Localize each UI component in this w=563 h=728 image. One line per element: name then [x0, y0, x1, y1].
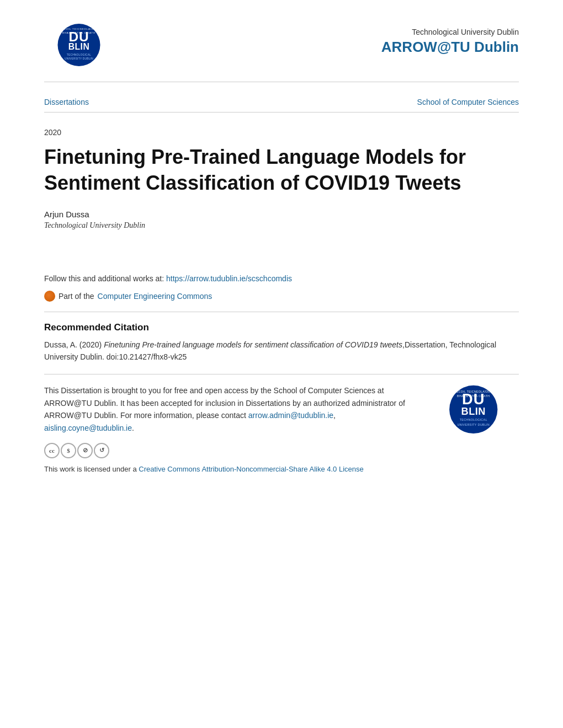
document-year: 2020	[44, 128, 519, 137]
university-logo: DU BLIN TECHNOLOGICAL UNIVERSITY DUBLIN …	[44, 22, 121, 72]
follow-prefix: Follow this and additional works at:	[44, 274, 166, 283]
part-of-prefix: Part of the	[59, 292, 94, 301]
divider-1	[44, 312, 519, 312]
tu-dublin-logo-small: DU BLIN TECHNOLOGICAL UNIVERSITY DUBLIN …	[436, 384, 519, 440]
license-prefix: This work is licensed under a	[44, 465, 139, 473]
network-icon	[44, 291, 55, 302]
divider-2	[44, 374, 519, 374]
document-title: Finetuning Pre-Trained Language Models f…	[44, 144, 519, 196]
license-left: This Dissertation is brought to you for …	[44, 384, 414, 474]
nav-bar: Dissertations School of Computer Science…	[44, 92, 519, 113]
school-link[interactable]: School of Computer Sciences	[417, 98, 519, 106]
svg-text:BHAILE ÁTHA CLIATH: BHAILE ÁTHA CLIATH	[457, 394, 490, 398]
institution-name: Technological University Dublin	[381, 28, 519, 36]
cc-icon-nc: ⊘	[77, 443, 93, 458]
dissertations-link[interactable]: Dissertations	[44, 98, 89, 106]
svg-text:UNIVERSITY DUBLIN: UNIVERSITY DUBLIN	[457, 423, 490, 426]
email2-link[interactable]: aisling.coyne@tudublin.ie	[44, 424, 132, 432]
svg-text:TECHNOLOGICAL: TECHNOLOGICAL	[67, 53, 92, 56]
svg-text:UNIVERSITY DUBLIN: UNIVERSITY DUBLIN	[65, 57, 93, 60]
arrow-brand[interactable]: ARROW@TU Dublin	[381, 39, 519, 56]
svg-text:BLIN: BLIN	[68, 42, 90, 51]
commons-link[interactable]: Computer Engineering Commons	[98, 292, 213, 301]
logo-right: DU BLIN TECHNOLOGICAL UNIVERSITY DUBLIN …	[436, 384, 519, 442]
citation-plain: Dussa, A. (2020)	[44, 340, 104, 349]
follow-section: Follow this and additional works at: htt…	[44, 274, 519, 283]
svg-text:BLIN: BLIN	[461, 406, 486, 417]
license-link[interactable]: Creative Commons Attribution-Noncommerci…	[139, 465, 364, 473]
part-of-line: Part of the Computer Engineering Commons	[44, 291, 519, 302]
cc-badge: cc $ ⊘ ↺	[44, 442, 414, 459]
page-header: DU BLIN TECHNOLOGICAL UNIVERSITY DUBLIN …	[44, 22, 519, 82]
access-paragraph: This Dissertation is brought to you for …	[44, 384, 414, 434]
follow-url[interactable]: https://arrow.tudublin.ie/scschcomdis	[166, 274, 292, 283]
email1-link[interactable]: arrow.admin@tudublin.ie	[248, 411, 333, 420]
svg-text:TECHNOLOGICAL: TECHNOLOGICAL	[460, 419, 487, 422]
cc-icon-sa: ↺	[94, 443, 109, 458]
access-text-main: This Dissertation is brought to you for …	[44, 386, 405, 420]
email1-comma: ,	[333, 411, 336, 420]
citation-italic: Finetuning Pre-trained language models f…	[104, 340, 402, 349]
cc-icon-by: $	[61, 443, 76, 458]
author-institution: Technological University Dublin	[44, 221, 519, 230]
svg-text:OLLSCOIL TEICNEOLAÍOCHTA: OLLSCOIL TEICNEOLAÍOCHTA	[56, 28, 102, 30]
cc-icon-group: cc $ ⊘ ↺	[44, 442, 94, 459]
header-right: Technological University Dublin ARROW@TU…	[381, 22, 519, 56]
recommended-citation-title: Recommended Citation	[44, 322, 519, 333]
period: .	[132, 424, 134, 432]
author-name: Arjun Dussa	[44, 210, 519, 219]
svg-text:OLLSCOIL TEICNEOLAÍOCHTA: OLLSCOIL TEICNEOLAÍOCHTA	[450, 390, 497, 393]
citation-body: Dussa, A. (2020) Finetuning Pre-trained …	[44, 339, 519, 363]
license-text: This work is licensed under a Creative C…	[44, 464, 414, 475]
svg-text:BHAILE ÁTHA CLIATH: BHAILE ÁTHA CLIATH	[62, 31, 95, 34]
cc-icon-cc: cc	[44, 443, 60, 458]
tu-dublin-logo-svg: DU BLIN TECHNOLOGICAL UNIVERSITY DUBLIN …	[44, 22, 121, 72]
license-section: This Dissertation is brought to you for …	[44, 384, 519, 474]
